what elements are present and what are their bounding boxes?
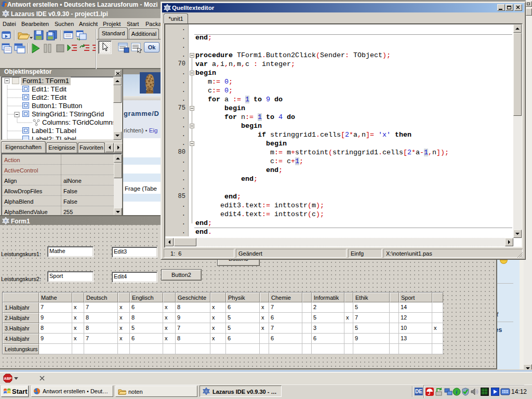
svg-text:ABP: ABP xyxy=(4,377,12,380)
svg-text:i: i xyxy=(456,389,458,395)
